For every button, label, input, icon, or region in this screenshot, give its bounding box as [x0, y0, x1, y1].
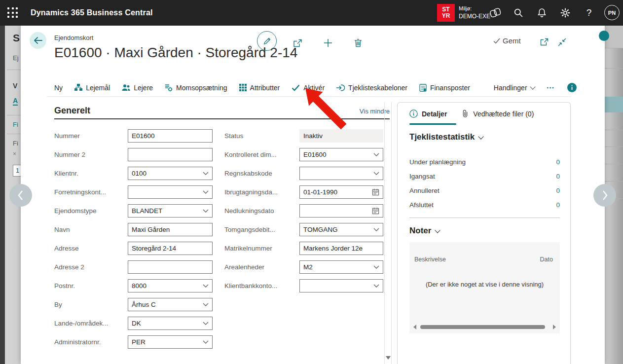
app-title[interactable]: Dynamics 365 Business Central: [31, 0, 153, 26]
search-button[interactable]: [509, 0, 528, 26]
matrikelnummer-field[interactable]: Markens Jorder 12e: [299, 242, 383, 255]
action-finansposter[interactable]: Finansposter: [419, 84, 470, 92]
action-lejemaal[interactable]: Lejemål: [74, 84, 110, 92]
chevron-down-icon: [203, 303, 209, 306]
active-tab-underline: [409, 123, 456, 125]
ibrugtagningsdato-field[interactable]: 01-01-1990: [299, 185, 383, 199]
klientnr-field[interactable]: 0100: [128, 167, 213, 180]
stat-value-link[interactable]: 0: [556, 187, 560, 194]
nedlukningsdato-field[interactable]: [299, 204, 383, 218]
grid-icon: [239, 84, 247, 91]
background-partial-text: Fi: [13, 140, 18, 147]
section-title[interactable]: Generelt: [54, 106, 90, 116]
kontrolleret-dim-field[interactable]: E01600: [299, 148, 383, 161]
collapse-page-button[interactable]: [553, 34, 570, 50]
next-record-button[interactable]: [593, 184, 616, 207]
copilot-button[interactable]: [485, 0, 505, 26]
previous-record-button[interactable]: [9, 184, 32, 207]
nummer-2-field[interactable]: [128, 148, 213, 161]
chevron-down-icon: [435, 227, 440, 233]
edit-button[interactable]: [257, 31, 277, 51]
checklist-row: Afsluttet 0: [409, 198, 560, 212]
copilot-icon: [490, 8, 501, 18]
postnr-field[interactable]: 8000: [128, 279, 213, 292]
top-navigation-bar: Dynamics 365 Business Central ST YR Milj…: [0, 0, 623, 26]
question-mark-icon: ?: [586, 7, 592, 18]
chevron-down-icon: [203, 322, 209, 325]
app-launcher-icon[interactable]: [6, 6, 19, 19]
tab-label: Detaljer: [422, 110, 447, 118]
user-avatar[interactable]: PN: [604, 5, 620, 20]
factbox-pane: Detaljer Vedhæftede filer (0) Tjeklistes…: [397, 102, 571, 364]
notes-heading[interactable]: Noter: [409, 226, 440, 236]
delete-button[interactable]: [350, 35, 366, 51]
tab-vedhaeftede-filer[interactable]: Vedhæftede filer (0): [462, 109, 534, 123]
action-momsopsaetning[interactable]: Momsopsætning: [165, 84, 227, 92]
form-column-right: StatusInaktiv Kontrolleret dim...E01600 …: [224, 126, 376, 295]
open-in-window-button[interactable]: [536, 34, 552, 50]
info-circle-icon: [409, 109, 418, 118]
share-button[interactable]: [289, 35, 306, 51]
lande-omraadekode-field[interactable]: DK: [128, 317, 213, 330]
ejendomstype-field[interactable]: BLANDET: [128, 204, 213, 218]
calendar-icon: [372, 188, 379, 196]
info-button[interactable]: [567, 83, 577, 92]
stat-value-link[interactable]: 0: [556, 158, 560, 166]
help-button[interactable]: ?: [579, 0, 599, 26]
navn-field[interactable]: Maxi Gården: [128, 223, 213, 236]
open-in-window-icon: [540, 38, 549, 46]
action-label: Ny: [54, 84, 63, 92]
handlinger-menu[interactable]: Handlinger: [494, 84, 535, 92]
tab-detaljer[interactable]: Detaljer: [409, 109, 447, 123]
checklist-row: Under planlægning 0: [409, 155, 560, 169]
new-record-button[interactable]: [320, 35, 336, 51]
by-field[interactable]: Århus C: [128, 298, 213, 311]
chevron-down-icon: [373, 172, 379, 175]
menu-label: Handlinger: [494, 84, 527, 92]
stat-value-link[interactable]: 0: [556, 201, 560, 209]
field-label: Ejendomstype: [54, 207, 121, 215]
settings-button[interactable]: [555, 0, 575, 26]
scroll-right-arrow[interactable]: [553, 325, 556, 329]
notifications-button[interactable]: [532, 0, 551, 26]
sitemap-icon: [74, 84, 82, 91]
vat-setup-icon: [165, 84, 173, 92]
scroll-down-arrow[interactable]: [386, 356, 391, 360]
nummer-field[interactable]: E01600: [128, 129, 213, 143]
tomgangsdebitor-field[interactable]: TOMGANG: [299, 223, 383, 236]
back-button[interactable]: [30, 32, 46, 49]
administratornr-field[interactable]: PER: [128, 335, 213, 349]
heading-label: Noter: [409, 226, 431, 236]
action-attributter[interactable]: Attributter: [239, 84, 280, 92]
stat-value-link[interactable]: 0: [556, 173, 560, 180]
action-label: Lejere: [134, 84, 153, 92]
action-ny[interactable]: Ny: [54, 84, 63, 92]
action-label: Lejemål: [86, 84, 110, 92]
adresse-field[interactable]: Storegård 2-14: [128, 242, 213, 255]
form-column-left: NummerE01600 Nummer 2 Klientnr.0100 Forr…: [54, 126, 206, 351]
more-options-button[interactable]: ⋯: [547, 83, 555, 92]
checklist-statistics-heading[interactable]: Tjeklistestatistik: [409, 132, 483, 142]
scrollbar-thumb[interactable]: [420, 325, 545, 329]
action-tjeklisteskabeloner[interactable]: Tjeklisteskabeloner: [336, 84, 407, 92]
environment-badge[interactable]: ST YR: [437, 4, 455, 22]
field-label: By: [54, 301, 121, 308]
regnskabskode-field[interactable]: [299, 167, 383, 180]
forretningskonto-field[interactable]: [128, 185, 213, 199]
action-label: Attributter: [250, 84, 280, 92]
action-label: Finansposter: [430, 84, 470, 92]
klientbankkonto-field[interactable]: [299, 279, 383, 292]
field-label: Klientbankkonto...: [224, 282, 293, 290]
chevron-down-icon: [373, 284, 379, 288]
action-lejere[interactable]: Lejere: [122, 84, 153, 92]
content-scrollbar[interactable]: [384, 102, 392, 364]
chevron-down-icon: [203, 340, 209, 344]
teaching-tip-icon[interactable]: [599, 31, 609, 41]
background-close-icon: ×: [13, 150, 16, 157]
scroll-left-arrow[interactable]: [413, 325, 416, 329]
adresse-2-field[interactable]: [128, 260, 213, 274]
chevron-down-icon: [478, 134, 484, 139]
arealenheder-field[interactable]: M2: [299, 260, 383, 274]
checklist-row: Annulleret 0: [409, 183, 560, 198]
notes-horizontal-scrollbar: [409, 325, 560, 329]
